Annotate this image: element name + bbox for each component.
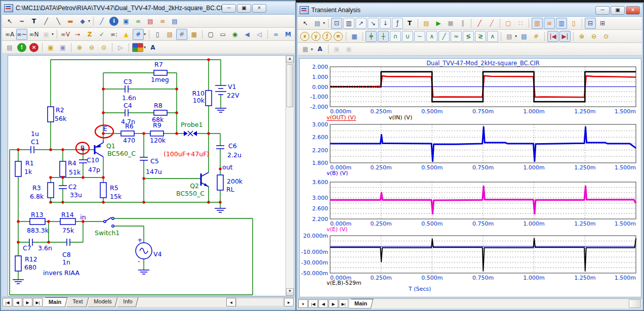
hscroll-right-button[interactable]: ► [284,298,294,306]
copy-picture-icon[interactable]: ▣ [41,29,52,40]
numeric-output-icon[interactable]: ▤ [518,31,530,42]
resistor-R2[interactable] [48,107,54,122]
node-voltages-icon[interactable]: ∞V [60,29,71,40]
resistor-R5[interactable] [100,183,106,198]
switch-pole[interactable] [104,220,106,223]
schematic-titlebar[interactable]: C:\MC11\DATA\Petrov\RIAA\TVV-47\Dual_TVV… [2,2,295,15]
high-icon[interactable]: ∩ [390,31,401,42]
hscroll-track[interactable] [236,298,284,306]
run-check-icon[interactable]: ! [17,43,26,52]
resistor-R14[interactable] [60,218,75,225]
conditions-icon[interactable]: ✓ [96,29,107,40]
select-area-icon[interactable]: ▢ [205,29,216,40]
slope-cursor-icon[interactable]: ╱ [474,18,485,29]
restore-button[interactable]: ▣ [611,6,625,15]
power-icon[interactable]: Z [84,29,95,40]
copy-to-back-icon[interactable]: ▣ [57,42,68,53]
select-cursor-icon[interactable]: ↖ [300,18,311,29]
resistor-R12[interactable] [15,256,21,271]
tab-main[interactable]: Main [43,297,68,307]
flowchart-icon[interactable]: # [176,29,187,40]
shape-tool-icon-caret[interactable]: ▾ [88,19,90,23]
model-doc-icon[interactable]: ▤ [145,16,156,27]
edit-note-icon[interactable]: ▤ [169,16,180,27]
find-part-icon[interactable]: ∞A [4,29,15,40]
probe-x[interactable] [188,131,193,136]
paste-waveform-icon[interactable]: ▤ [312,18,323,29]
tab-info[interactable]: Info [117,297,138,307]
pan-mode-icon[interactable]: ▥ [343,18,354,29]
info-icon[interactable]: i [109,17,118,26]
tab-main[interactable]: Main [349,299,374,308]
color-palette-icon-caret[interactable]: ▾ [144,45,146,50]
collapse-icon[interactable]: ⊟ [585,18,596,29]
zoom-mode-icon[interactable]: ⊡ [331,18,342,29]
scale-up-icon[interactable]: ↗ [355,18,367,29]
data-values-icon[interactable]: # [531,31,542,42]
resistor-R4[interactable] [60,161,66,176]
low-icon[interactable]: ∪ [402,31,413,42]
switch-blade[interactable] [106,217,111,221]
cursor-mode-icon[interactable]: ↓ [380,18,391,29]
resistor-R7[interactable] [154,70,167,75]
tab-last-button[interactable]: ▶| [339,299,348,308]
properties-icon[interactable]: ▤ [421,18,432,29]
schematic-canvas[interactable]: R71megC31.6nC44.7nR868kR6470R9120kR1010k… [8,55,286,296]
restore-button[interactable]: ▣ [237,4,251,13]
run-icon[interactable]: ▶ [433,18,444,29]
zoom-in-icon[interactable]: ⊕ [576,31,587,42]
zoom-in-icon[interactable]: ⊕ [74,42,85,53]
node-numbers-icon[interactable]: ∞N [28,29,39,40]
switch-contact-up[interactable] [112,217,114,219]
polygon-tool-icon[interactable]: ╲ [53,16,64,27]
envelope-icon[interactable]: ≈ [451,31,462,42]
go-left-cursor-icon[interactable]: |◀ [547,31,558,42]
overlay-icon[interactable]: ≷ [475,31,486,42]
fx-range-icon[interactable]: ƒ [323,32,332,41]
page-props-icon[interactable]: ▤ [164,29,175,40]
clipboard-icon[interactable]: ▤ [504,31,515,42]
select-tool-icon[interactable]: ↖ [4,16,15,27]
tab-prev-button[interactable]: ◀ [318,299,328,308]
wire-mode-icon[interactable]: ~ [16,16,27,27]
clipboard-icon-caret[interactable]: ▾ [515,34,517,38]
fft-icon[interactable]: ∧ [487,31,498,42]
list-icon[interactable]: ≡ [157,16,168,27]
period-icon[interactable]: ≶ [463,31,474,42]
minimize-button[interactable]: ─ [222,4,236,13]
resistor-R3[interactable] [48,183,54,198]
flip-x-icon[interactable]: ◀ [242,29,253,40]
find-icon[interactable]: ∞ [270,29,281,40]
line-options-icon[interactable]: ≡ [334,32,343,41]
tab-last-button[interactable]: ▶| [33,298,43,306]
y-range-icon[interactable]: y [311,32,320,41]
attributes-icon[interactable]: ▦ [188,29,199,40]
rotate-icon[interactable]: ◉ [229,29,240,40]
resistor-RL[interactable] [217,175,223,190]
pause-icon[interactable]: ‖ [457,18,468,29]
component-bus-icon[interactable]: ▬ [65,16,76,27]
tab-next-button[interactable]: ▶ [23,298,32,306]
switch-contact-down[interactable] [112,225,114,227]
flip-y-icon[interactable]: ◁ [254,29,265,40]
go-right-cursor-icon[interactable]: ▶| [559,31,571,42]
vertical-axes-icon[interactable]: ▥ [556,18,567,29]
horizontal-axes-icon[interactable]: ▥ [532,18,543,29]
valley-icon[interactable]: ┼ [378,31,389,42]
find-wire-icon[interactable]: ∞~ [16,29,27,40]
slope-icon[interactable]: ╱ [438,31,450,42]
text-tool-icon[interactable]: T [28,16,39,27]
pin-connections-icon[interactable]: ∞: [108,29,119,40]
zoom-100-icon[interactable]: ⊙ [98,42,109,53]
link-icon[interactable]: ∞ [133,16,144,27]
grid-pattern-icon-caret[interactable]: ▾ [311,47,313,52]
zoom-100-icon[interactable]: ⊙ [600,31,612,42]
text-mode-icon[interactable]: T [404,18,415,29]
page-flip-icon[interactable]: ▷ [115,42,126,53]
color-palette-icon[interactable] [132,43,143,52]
resistor-R8[interactable] [154,110,167,115]
x-range-icon[interactable]: x [300,32,309,41]
grid-pattern-icon[interactable]: ▦ [300,43,311,55]
resistor-R10[interactable] [206,91,212,106]
copy-picture-icon-caret[interactable]: ▾ [52,32,54,36]
